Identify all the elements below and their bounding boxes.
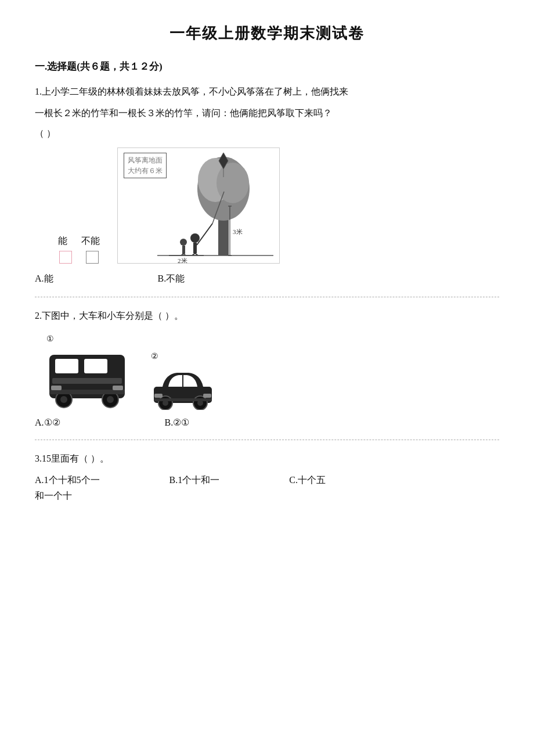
question-2: 2.下图中，大车和小车分别是（ ）。 ①: [35, 308, 499, 428]
svg-line-11: [197, 224, 212, 245]
vehicle2-num: ②: [151, 351, 158, 361]
svg-rect-8: [193, 243, 197, 253]
q3-choice-b-text: B.1个十和一: [169, 472, 220, 488]
q2-answers: A.①② B.②①: [35, 417, 499, 428]
q2-choice-b[interactable]: B.②①: [165, 417, 190, 428]
q1-choice-a[interactable]: A.能: [35, 273, 53, 285]
choice-box-buneng[interactable]: [86, 251, 99, 264]
q3-text: 3.15里面有（ ）。: [35, 451, 499, 467]
q2-vehicles: ① ②: [46, 334, 499, 410]
q3-choice-b[interactable]: B.1个十和一: [169, 472, 220, 503]
q3-answers: A.1个十和5个一 和一个十 B.1个十和一 C.十个五: [35, 472, 499, 503]
q1-answers: A.能 B.不能: [35, 273, 499, 285]
q1-choice-boxes: 能 不能: [58, 235, 100, 264]
vehicle1-num: ①: [46, 334, 54, 344]
svg-rect-32: [51, 386, 62, 390]
svg-rect-42: [154, 398, 212, 401]
svg-rect-41: [203, 394, 211, 398]
choice-box-neng[interactable]: [59, 251, 72, 264]
svg-point-13: [180, 239, 187, 246]
page-title: 一年级上册数学期末测试卷: [35, 23, 499, 44]
svg-rect-31: [49, 390, 125, 394]
q1-text2: 一根长２米的竹竿和一根长３米的竹竿，请问：他俩能把风筝取下来吗？: [35, 105, 499, 122]
svg-point-7: [190, 233, 200, 243]
choice-label-row: 能 不能: [58, 235, 100, 247]
choice-neng-label: 能: [58, 235, 67, 247]
tree-svg: 3米 2米: [157, 148, 273, 264]
q1-paren: （ ）: [35, 125, 499, 142]
svg-rect-33: [113, 386, 123, 390]
annotation-line2: 大约有６米: [128, 165, 163, 176]
q2-choice-a[interactable]: A.①②: [35, 417, 60, 428]
divider-2: [35, 440, 499, 440]
svg-point-28: [60, 396, 67, 403]
svg-rect-40: [154, 394, 163, 398]
annotation-box: 风筝离地面 大约有６米: [124, 153, 167, 178]
choice-boxes-row: [59, 251, 99, 264]
car-svg: [151, 363, 215, 410]
annotation-line1: 风筝离地面: [128, 155, 163, 165]
divider-1: [35, 297, 499, 297]
svg-rect-25: [84, 359, 107, 373]
question-1: 1.上小学二年级的林林领着妹妹去放风筝，不小心风筝落在了树上，他俩找来 一根长２…: [35, 84, 499, 285]
q1-text1: 1.上小学二年级的林林领着妹妹去放风筝，不小心风筝落在了树上，他俩找来: [35, 84, 499, 100]
bus-svg: [46, 346, 128, 410]
q3-choice-a-line1: A.1个十和5个一: [35, 472, 100, 488]
q1-choice-b[interactable]: B.不能: [158, 273, 185, 285]
q3-choice-a[interactable]: A.1个十和5个一 和一个十: [35, 472, 100, 503]
svg-text:2米: 2米: [178, 257, 187, 264]
q3-choice-c-text: C.十个五: [289, 472, 326, 488]
svg-rect-14: [182, 246, 185, 254]
svg-rect-26: [52, 378, 122, 384]
vehicle-2-car: ②: [151, 351, 215, 410]
q2-text: 2.下图中，大车和小车分别是（ ）。: [35, 308, 499, 325]
svg-text:3米: 3米: [233, 228, 243, 235]
q3-choice-a-line2: 和一个十: [35, 488, 100, 503]
q1-image-area: 能 不能 风筝离地面 大约有６米: [58, 147, 499, 264]
svg-point-4: [217, 163, 249, 203]
vehicle-1-bus: ①: [46, 334, 128, 410]
svg-rect-24: [55, 359, 78, 373]
section-title: 一.选择题(共６题，共１２分): [35, 60, 499, 73]
question-3: 3.15里面有（ ）。 A.1个十和5个一 和一个十 B.1个十和一 C.十个五: [35, 451, 499, 503]
kite-scene: 风筝离地面 大约有６米: [117, 147, 280, 264]
svg-point-30: [107, 396, 114, 403]
choice-buneng-label: 不能: [81, 235, 100, 247]
q3-choice-c[interactable]: C.十个五: [289, 472, 326, 503]
